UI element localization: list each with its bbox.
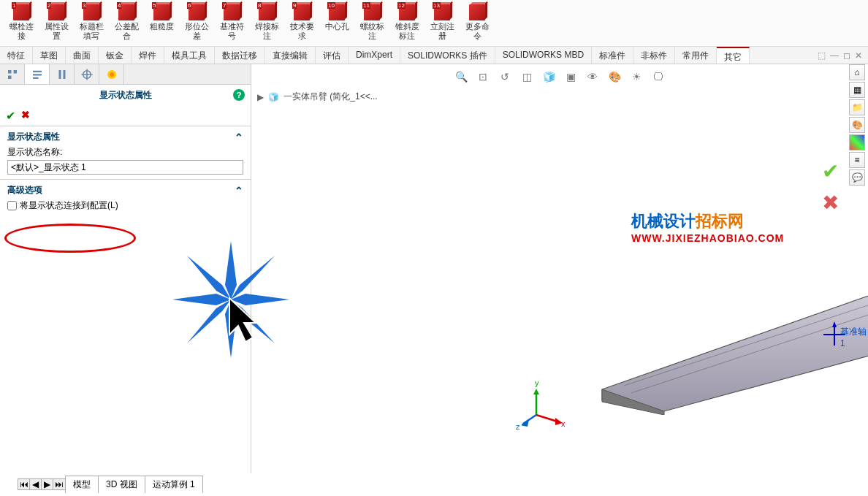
ribbon-tab[interactable]: 常用件 [675,47,717,64]
expand-icon[interactable]: ⬚ [818,50,826,61]
rebuild-error-icon: ✖ [822,191,839,215]
bottom-tab[interactable]: 模型 [65,476,99,493]
ribbon-tab[interactable]: 标准件 [592,47,633,64]
ribbon-tabs: 特征草图曲面钣金焊件模具工具数据迁移直接编辑评估DimXpertSOLIDWOR… [0,47,868,64]
scene-icon[interactable]: ☀ [628,69,644,85]
panel-tab-dimxpert[interactable] [75,64,99,84]
section-display-state: 显示状态属性 ⌃ 显示状态名称: [0,126,251,179]
home-icon[interactable]: ⌂ [849,64,865,80]
breadcrumb: ▶ 🧊 一实体吊臂 (简化_1<<... [251,89,868,104]
svg-marker-16 [533,389,539,394]
first-tab-button[interactable]: ⏮ [18,479,30,489]
checkbox-label: 将显示状态连接到配置(L) [20,199,118,212]
forum-icon[interactable]: 💬 [849,169,865,186]
ribbon-tab[interactable]: 钣金 [99,47,132,64]
cmd-螺栓连接[interactable]: 1螺栓连接 [4,3,38,42]
axis-y: y [535,378,539,387]
breadcrumb-part[interactable]: 一实体吊臂 (简化_1<<... [283,91,378,103]
watermark-text: 机械设计 [631,212,696,230]
bottom-tab[interactable]: 3D 视图 [98,476,145,493]
panel-tabs [0,64,251,85]
panel-tab-display[interactable] [99,64,124,84]
prev-view-icon[interactable]: ↺ [497,69,513,85]
workspace: 显示状态属性 ? ✔ ✖ 显示状态属性 ⌃ 显示状态名称: 高级选项 ⌃ 将显示… [0,64,868,473]
cmd-属性设置[interactable]: 2属性设置 [39,3,73,42]
cmd-粗糙度[interactable]: 5粗糙度 [145,3,178,33]
confirm-bar: ✔ ✖ [0,106,251,126]
cmd-基准符号[interactable]: 7基准符号 [215,3,248,42]
ribbon-tab[interactable]: SOLIDWORKS 插件 [400,47,495,64]
view-settings-icon[interactable]: 🖵 [650,69,666,85]
part-icon[interactable]: 🧊 [268,92,279,102]
breadcrumb-arrow-icon[interactable]: ▶ [257,92,264,102]
appearance-icon[interactable]: 🎨 [606,69,623,85]
ribbon-tab[interactable]: 数据迁移 [215,47,265,64]
cmd-中心孔[interactable]: 10中心孔 [320,3,354,33]
svg-rect-0 [33,70,42,72]
watermark: 机械设计招标网 WWW.JIXIEZHAOBIAO.COM [631,210,784,244]
last-tab-button[interactable]: ⏭ [53,479,65,489]
cmd-锥斜度标注[interactable]: 12锥斜度标注 [390,3,424,42]
view-orient-icon[interactable]: 🧊 [541,69,557,85]
help-icon[interactable]: ? [233,89,245,101]
ribbon-tab[interactable]: SOLIDWORKS MBD [495,47,592,64]
cmd-螺纹标注[interactable]: 11螺纹标注 [355,3,389,42]
file-explorer-icon[interactable]: 📁 [849,99,865,115]
panel-tab-config[interactable] [50,64,75,84]
ribbon-tab[interactable]: 特征 [0,47,33,64]
cmd-技术要求[interactable]: 9技术要求 [285,3,319,42]
cmd-公差配合[interactable]: 4公差配合 [110,3,143,42]
close-icon[interactable]: ✕ [855,50,862,61]
chevron-up-icon: ⌃ [235,131,243,143]
prev-tab-button[interactable]: ◀ [30,479,42,489]
restore-icon[interactable]: ◻ [843,50,850,61]
view-palette-icon[interactable]: 🎨 [849,117,865,133]
zoom-area-icon[interactable]: ⊡ [475,69,491,85]
panel-tab-feature-tree[interactable] [0,64,25,84]
section-view-icon[interactable]: ◫ [519,69,535,85]
svg-rect-1 [33,74,42,75]
status-icons: ✔ ✖ [822,159,839,215]
ribbon-tab[interactable]: 模具工具 [164,47,215,64]
cmd-形位公差[interactable]: 6形位公差 [180,3,213,42]
cmd-焊接标注[interactable]: 8焊接标注 [250,3,283,42]
hide-show-icon[interactable]: 👁 [585,69,601,85]
cmd-标题栏填写[interactable]: 3标题栏填写 [75,3,108,42]
cmd-更多命令[interactable]: 更多命令 [460,3,494,42]
cmd-立刻注册[interactable]: 13立刻注册 [425,3,459,42]
link-display-state-checkbox[interactable] [7,201,17,210]
accept-button[interactable]: ✔ [6,109,15,123]
zoom-fit-icon[interactable]: 🔍 [453,69,469,85]
tab-nav: ⏮ ◀ ▶ ⏭ [18,478,66,490]
display-style-icon[interactable]: ▣ [563,69,579,85]
ribbon-tab[interactable]: 草图 [33,47,66,64]
ribbon-tab[interactable]: 非标件 [633,47,675,64]
minimize-icon[interactable]: — [830,50,839,61]
ribbon-tab[interactable]: 评估 [316,47,349,64]
ribbon-tab[interactable]: 直接编辑 [265,47,316,64]
custom-props-icon[interactable]: ≡ [849,152,865,168]
next-tab-button[interactable]: ▶ [42,479,53,489]
display-state-name-input[interactable] [7,160,243,175]
cancel-button[interactable]: ✖ [21,109,30,123]
appearances-icon[interactable] [849,134,865,150]
ribbon-tab[interactable]: 曲面 [66,47,99,64]
svg-point-5 [110,72,114,77]
ribbon-tab[interactable]: DimXpert [349,47,400,64]
axis-x: x [561,419,566,428]
bottom-tab[interactable]: 运动算例 1 [145,476,203,493]
resources-icon[interactable]: ▦ [849,82,865,98]
section-header[interactable]: 高级选项 ⌃ [7,184,243,197]
ribbon-tab[interactable]: 其它 [717,47,750,64]
ribbon-tab[interactable]: 焊件 [132,47,164,64]
svg-marker-14 [832,321,837,327]
svg-marker-8 [602,389,664,415]
link-to-config-row: 将显示状态连接到配置(L) [7,199,243,212]
rebuild-ok-icon: ✔ [822,159,839,183]
section-header[interactable]: 显示状态属性 ⌃ [7,131,243,143]
axis-label: 基准轴1 [840,326,868,348]
panel-tab-property[interactable] [25,64,50,84]
property-panel: 显示状态属性 ? ✔ ✖ 显示状态属性 ⌃ 显示状态名称: 高级选项 ⌃ 将显示… [0,64,251,473]
section-title: 高级选项 [7,184,42,197]
graphics-area[interactable]: 🔍 ⊡ ↺ ◫ 🧊 ▣ 👁 🎨 ☀ 🖵 ▶ 🧊 一实体吊臂 (简化_1<<...… [251,64,868,473]
